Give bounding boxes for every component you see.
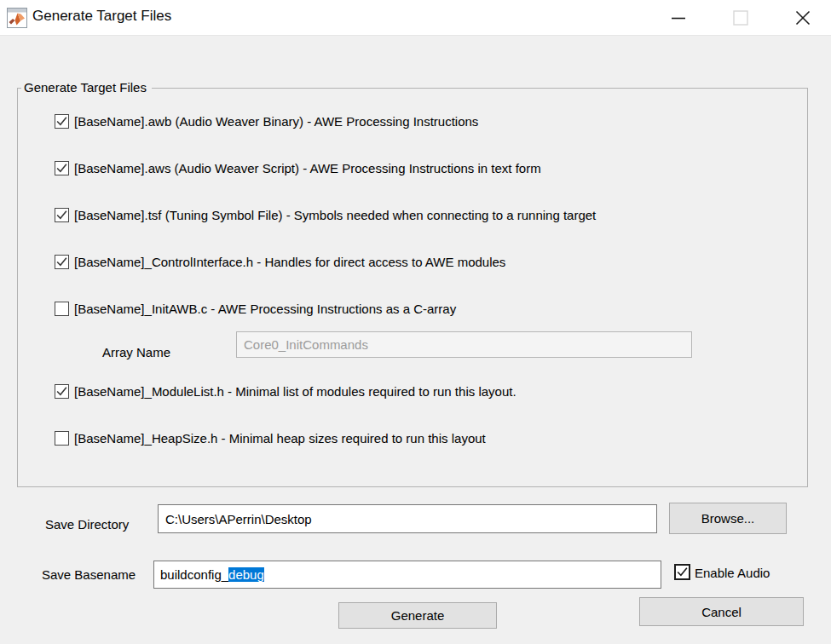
awb-label: [BaseName].awb (Audio Weaver Binary) - A… (74, 114, 478, 129)
tsf-checkbox[interactable] (55, 208, 69, 222)
browse-button-label: Browse... (701, 511, 755, 526)
initawb-label: [BaseName]_InitAWB.c - AWE Processing In… (74, 302, 456, 317)
generate-target-files-dialog: Generate Target Files Generate Target Fi… (0, 0, 831, 644)
close-button[interactable] (783, 0, 822, 36)
titlebar: Generate Target Files (0, 0, 831, 36)
tsf-label: [BaseName].tsf (Tuning Symbol File) - Sy… (74, 208, 596, 223)
aws-label: [BaseName].aws (Audio Weaver Script) - A… (74, 161, 541, 176)
maximize-icon (733, 10, 748, 26)
generate-target-files-groupbox (17, 88, 808, 487)
save-basename-selected-text: debug (228, 567, 264, 582)
generate-button-label: Generate (391, 608, 445, 623)
save-basename-value-prefix: buildconfig_ (160, 567, 228, 582)
array-name-label: Array Name (102, 345, 170, 359)
generate-button[interactable]: Generate (338, 602, 497, 629)
minimize-button[interactable] (659, 0, 698, 36)
minimize-icon (671, 10, 686, 26)
groupbox-title: Generate Target Files (21, 80, 152, 95)
window-title: Generate Target Files (32, 8, 171, 25)
save-directory-input[interactable] (158, 504, 657, 533)
save-basename-label: Save Basename (42, 567, 136, 582)
array-name-input (236, 331, 692, 358)
browse-button[interactable]: Browse... (669, 503, 787, 534)
heapsize-checkbox[interactable] (55, 431, 69, 446)
heapsize-label: [BaseName]_HeapSize.h - Minimal heap siz… (74, 431, 486, 446)
close-icon (795, 10, 811, 26)
cancel-button[interactable]: Cancel (639, 597, 804, 626)
save-directory-label: Save Directory (45, 517, 129, 532)
enable-audio-label: Enable Audio (695, 566, 770, 581)
initawb-checkbox[interactable] (55, 302, 69, 316)
save-basename-input[interactable]: buildconfig_debug (153, 561, 661, 589)
cancel-button-label: Cancel (701, 605, 742, 619)
controlinterface-label: [BaseName]_ControlInterface.h - Handles … (74, 255, 505, 270)
matlab-app-icon (7, 8, 27, 28)
enable-audio-checkbox[interactable] (674, 564, 690, 580)
awb-checkbox[interactable] (55, 114, 69, 129)
modulelist-label: [BaseName]_ModuleList.h - Minimal list o… (74, 384, 516, 400)
modulelist-checkbox[interactable] (55, 384, 69, 399)
controlinterface-checkbox[interactable] (55, 255, 69, 269)
aws-checkbox[interactable] (55, 161, 69, 175)
maximize-button (721, 0, 760, 36)
